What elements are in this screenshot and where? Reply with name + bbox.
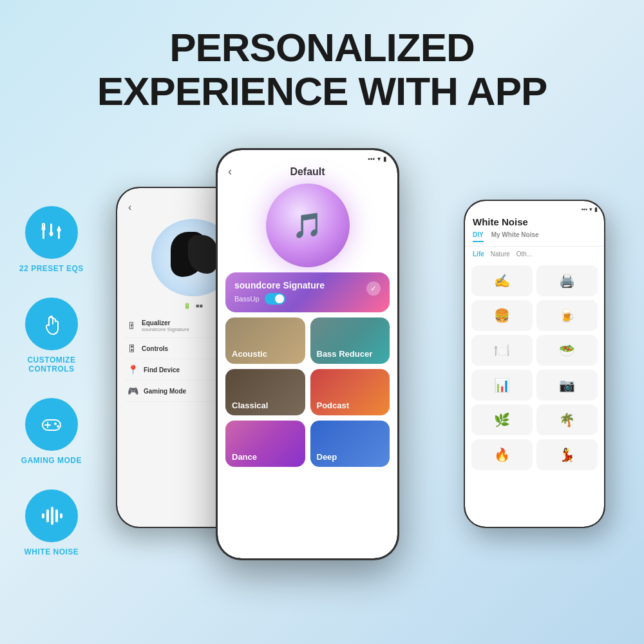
right-signal: ▪▪▪ [581,206,587,213]
feature-eq-circle [25,206,78,259]
header: PERSONALIZED EXPERIENCE WITH APP [0,0,644,126]
feature-whitenoise-label: WHITE NOISE [24,547,79,556]
battery-icon-center: ▮ [383,155,387,162]
svg-rect-12 [42,513,44,518]
whitenoise-grid: ✍️ 🖨️ 🍔 🍺 🍽️ 🥗 📊 📷 🌿 🌴 🔥 💃 [465,261,604,474]
svg-point-4 [49,232,53,236]
eq-preset-name: soundcore Signature [234,280,381,290]
center-title: Default [290,166,325,178]
gamepad-icon [39,412,64,437]
center-status-bar: ▪▪▪ ▾ ▮ [218,150,397,162]
feature-gaming-label: GAMING MODE [21,456,82,465]
wn-item-3[interactable]: 🍔 [471,300,533,331]
find-icon: 📍 [128,365,138,375]
music-note-icon: 🎵 [292,211,323,240]
wn-item-2[interactable]: 🖨️ [536,265,598,296]
right-status-bar: ▪▪▪ ▾ ▮ [465,201,604,213]
svg-point-6 [57,228,61,232]
wn-item-12[interactable]: 💃 [536,439,598,470]
eq-preset-card[interactable]: ✓ soundcore Signature BassUp [225,272,390,312]
battery-icon: 🔋 [184,303,191,309]
gaming-menu-icon: 🎮 [128,386,138,396]
classical-label: Classical [232,401,268,410]
phone-right: ▪▪▪ ▾ ▮ White Noise DIY My White Noise L… [464,200,605,528]
tab-my-whitenoise[interactable]: My White Noise [491,231,539,242]
feature-customize-label: CUSTOMIZECONTROLS [27,355,75,374]
right-categories: Life Nature Oth... [465,247,604,261]
svg-point-10 [54,422,57,425]
deep-label: Deep [317,452,337,462]
acoustic-label: Acoustic [232,349,267,359]
phone-center: ▪▪▪ ▾ ▮ ‹ Default 🎵 ✓ soundcore Signatur… [216,148,399,560]
svg-rect-15 [55,509,58,522]
touch-icon [39,311,64,337]
phone-center-screen: ▪▪▪ ▾ ▮ ‹ Default 🎵 ✓ soundcore Signatur… [218,150,397,558]
tab-diy[interactable]: DIY [473,231,484,242]
music-orb: 🎵 [266,184,350,267]
bass-reducer-label: Bass Reducer [317,349,373,359]
eq-tile-acoustic[interactable]: Acoustic [225,317,305,364]
wn-item-8[interactable]: 📷 [536,370,598,401]
svg-point-2 [41,227,45,231]
bassup-label: BassUp [234,295,260,303]
center-nav: ‹ Default [218,162,397,181]
eq-tile-deep[interactable]: Deep [310,421,390,467]
svg-rect-13 [46,509,49,522]
wn-item-9[interactable]: 🌿 [471,404,533,435]
right-wifi: ▾ [589,206,592,213]
wn-item-1[interactable]: ✍️ [471,265,533,296]
feature-customize: CUSTOMIZECONTROLS [19,298,84,374]
feature-whitenoise-circle [25,489,78,542]
wn-item-11[interactable]: 🔥 [471,439,533,470]
eq-icon [39,220,64,245]
eq-checkmark: ✓ [366,281,381,296]
bassup-toggle[interactable] [265,293,285,305]
bassup-row: BassUp [234,293,381,305]
eq-tile-bass-reducer[interactable]: Bass Reducer [310,317,390,364]
feature-whitenoise: WHITE NOISE [19,489,84,556]
wn-item-7[interactable]: 📊 [471,370,533,401]
right-tabs-row: DIY My White Noise [465,227,604,247]
podcast-label: Podcast [317,401,350,410]
eq-tiles-grid: Acoustic Bass Reducer Classical Podcast … [225,317,390,467]
headline-line1: PERSONALIZED [169,25,475,70]
wifi-icon: ▾ [377,155,381,162]
wn-item-6[interactable]: 🥗 [536,335,598,366]
left-back-button[interactable]: ‹ [128,202,131,213]
svg-rect-14 [51,507,53,525]
eq-tile-classical[interactable]: Classical [225,369,305,415]
music-orb-container: 🎵 [263,184,353,267]
cat-nature[interactable]: Nature [491,251,510,258]
eq-tile-podcast[interactable]: Podcast [310,369,390,415]
equalizer-icon: 🎚 [128,321,137,331]
feature-gaming-circle [25,398,78,451]
feature-eq-label: 22 PRESET EQS [19,264,84,273]
headline: PERSONALIZED EXPERIENCE WITH APP [13,26,631,113]
wn-item-10[interactable]: 🌴 [536,404,598,435]
feature-gaming: GAMING MODE [19,398,84,465]
feature-customize-circle [25,298,78,350]
right-battery: ▮ [594,206,598,213]
center-back-button[interactable]: ‹ [228,165,232,178]
headline-line2: EXPERIENCE WITH APP [97,69,547,113]
eq-tile-dance[interactable]: Dance [225,421,305,467]
svg-point-11 [57,425,59,428]
dance-label: Dance [232,452,257,462]
phones-container: ‹ 🔋 ■■ 🎚 Equalizer soundcore Signature [116,148,605,625]
feature-eq: 22 PRESET EQS [19,206,84,273]
cat-life[interactable]: Life [473,251,484,258]
signal-icon: ▪▪▪ [368,155,375,162]
cat-other[interactable]: Oth... [516,251,532,258]
svg-rect-16 [60,513,62,518]
battery-level: ■■ [196,303,203,309]
wn-item-5[interactable]: 🍽️ [471,335,533,366]
soundwave-icon [39,503,64,529]
phone-right-screen: ▪▪▪ ▾ ▮ White Noise DIY My White Noise L… [465,201,604,527]
controls-icon: 🎛 [128,343,137,354]
right-phone-title: White Noise [465,213,604,227]
wn-item-4[interactable]: 🍺 [536,300,598,331]
features-list: 22 PRESET EQS CUSTOMIZECONTROLS GAMING M… [19,206,84,556]
